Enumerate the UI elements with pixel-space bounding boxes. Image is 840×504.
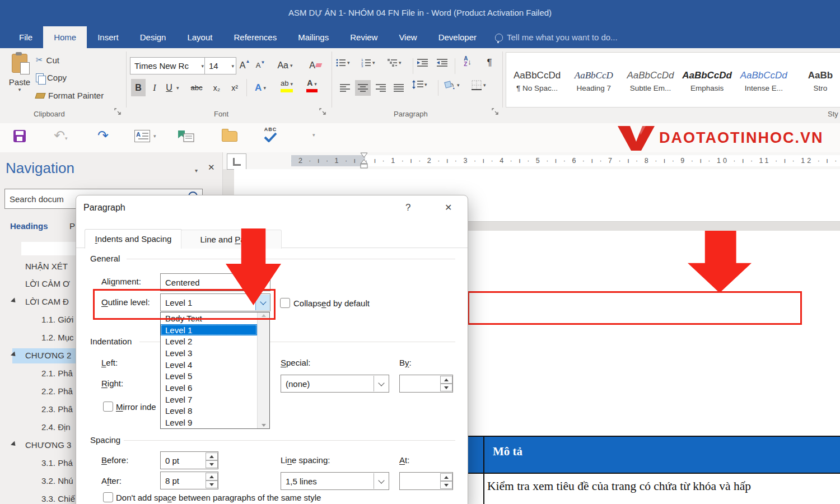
collapsed-checkbox[interactable] (280, 298, 290, 308)
nav-tab-pages[interactable]: P (69, 221, 75, 231)
show-hide-pilcrow-button[interactable]: ¶ (483, 57, 496, 68)
style-no-spacing[interactable]: AaBbCcDd ¶ No Spac... (511, 67, 563, 92)
before-down-icon[interactable] (206, 460, 218, 468)
tab-view[interactable]: View (388, 26, 427, 48)
justify-button[interactable] (391, 80, 407, 96)
dropdown-option[interactable]: Level 9 (161, 417, 257, 428)
by-spinner[interactable] (399, 375, 453, 393)
nav-item[interactable]: 2.4. Địn (41, 422, 71, 432)
dropdown-option[interactable]: Level 7 (161, 394, 257, 405)
nav-item[interactable]: 3.1. Phá (41, 458, 73, 468)
style-heading-7[interactable]: AaBbCcD Heading 7 (567, 67, 620, 92)
after-spinner[interactable]: 8 pt (160, 472, 218, 489)
redo-icon[interactable]: ↷ (97, 128, 109, 143)
collapse-triangle-icon[interactable] (11, 297, 17, 304)
tab-mailings[interactable]: Mailings (287, 26, 339, 48)
highlight-button[interactable]: ab▾ (277, 79, 297, 96)
by-up-icon[interactable] (440, 376, 452, 384)
tab-references[interactable]: References (223, 26, 287, 48)
subscript-button[interactable]: x₂ (208, 79, 225, 96)
open-folder-icon[interactable] (222, 131, 237, 142)
collapse-triangle-icon[interactable] (11, 441, 17, 447)
dropdown-option[interactable]: Level 2 (161, 335, 257, 347)
text-effects-button[interactable]: A▾ (251, 79, 270, 96)
by-down-icon[interactable] (440, 384, 452, 391)
line-spacing-combo[interactable]: 1,5 lines (281, 472, 389, 490)
dropdown-option[interactable]: Level 6 (161, 382, 257, 394)
quick-parts-icon[interactable]: A ▾ (134, 130, 156, 142)
before-up-icon[interactable] (206, 452, 218, 460)
after-down-icon[interactable] (206, 480, 218, 488)
grow-font-button[interactable]: A▲ (237, 57, 252, 73)
dialog-tab-indents[interactable]: Indents and Spacing (85, 229, 182, 249)
tab-home[interactable]: Home (43, 26, 87, 48)
tab-insert[interactable]: Insert (87, 26, 129, 48)
format-painter-button[interactable]: Format Painter (36, 91, 104, 100)
nav-item[interactable]: CHƯƠNG 3 (25, 440, 71, 450)
qat-more-caret-icon[interactable]: ▾ (312, 132, 315, 138)
underline-button[interactable]: U (162, 79, 176, 96)
dialog-close-button[interactable]: ✕ (445, 202, 452, 213)
dropdown-option[interactable]: Level 4 (161, 359, 257, 371)
nav-pane-close-icon[interactable]: ✕ (208, 162, 215, 172)
line-spacing-button[interactable]: ▾ (412, 80, 427, 89)
nav-tab-headings[interactable]: Headings (10, 221, 48, 231)
shrink-font-button[interactable]: A▼ (253, 57, 268, 73)
cut-button[interactable]: ✂ Cut (36, 55, 59, 65)
decrease-indent-button[interactable] (417, 58, 428, 67)
tab-design[interactable]: Design (129, 26, 177, 48)
nav-item[interactable]: 1.2. Mục (41, 333, 74, 342)
dropdown-option-selected[interactable]: Level 1 (161, 324, 257, 336)
font-name-combo[interactable]: Times New Rc ▾ (130, 57, 207, 74)
strikethrough-button[interactable]: abc (187, 79, 206, 96)
align-right-button[interactable] (373, 80, 389, 96)
nav-item[interactable]: 2.3. Phâ (41, 404, 73, 414)
nav-item[interactable]: LỜI CẢM Ơ (25, 279, 70, 288)
font-color-button[interactable]: A▾ (302, 79, 321, 96)
nav-item[interactable]: 2.2. Phâ (41, 386, 73, 396)
nav-item[interactable]: 1.1. Giới (41, 315, 73, 324)
tab-selector[interactable] (227, 153, 246, 170)
bold-button[interactable]: B (131, 79, 146, 96)
increase-indent-button[interactable] (437, 58, 447, 67)
tab-file[interactable]: File (8, 26, 43, 48)
tab-developer[interactable]: Developer (428, 26, 487, 48)
tab-review[interactable]: Review (339, 26, 388, 48)
italic-button[interactable]: I (148, 79, 161, 96)
tell-me-box[interactable]: Tell me what you want to do... (487, 26, 618, 48)
before-spinner[interactable]: 0 pt (160, 451, 218, 469)
nav-item[interactable]: 3.2. Nhú (41, 476, 73, 486)
superscript-button[interactable]: x² (226, 79, 243, 96)
paste-button[interactable]: Paste ▾ (6, 53, 34, 104)
bullets-button[interactable]: ▾ (336, 58, 350, 67)
multilevel-list-button[interactable]: ▾ (388, 58, 402, 67)
sort-button[interactable]: AZ ↓ (459, 56, 476, 67)
style-intense-emphasis[interactable]: AaBbCcDd Intense E... (738, 67, 790, 92)
change-case-button[interactable]: Aa▾ (274, 57, 296, 73)
at-up-icon[interactable] (440, 473, 452, 481)
at-down-icon[interactable] (440, 481, 452, 489)
nav-item-selected[interactable]: CHƯƠNG 2 (25, 351, 71, 360)
after-up-icon[interactable] (206, 473, 218, 480)
dropdown-scrollbar[interactable] (257, 312, 269, 428)
bookmark-list-icon[interactable] (177, 129, 196, 143)
scroll-down-icon[interactable] (262, 424, 266, 427)
tab-layout[interactable]: Layout (176, 26, 223, 48)
borders-button[interactable]: ▾ (472, 80, 486, 90)
nav-item[interactable]: 2.1. Phâ (41, 368, 73, 378)
clear-formatting-button[interactable]: A (307, 57, 324, 73)
nav-item[interactable]: LỜI CAM Đ (25, 297, 69, 306)
dont-add-space-checkbox[interactable] (103, 492, 113, 502)
dropdown-option[interactable]: Level 5 (161, 370, 257, 382)
paragraph-dialog-launcher[interactable] (492, 108, 499, 115)
clipboard-dialog-launcher[interactable] (114, 108, 122, 115)
style-strong[interactable]: AaBb Stro (794, 67, 840, 92)
dialog-help-button[interactable]: ? (405, 202, 410, 213)
underline-caret-icon[interactable]: ▾ (176, 85, 179, 91)
dropdown-option[interactable]: Level 3 (161, 347, 257, 359)
save-icon[interactable] (13, 130, 26, 142)
style-emphasis[interactable]: AaBbCcDd Emphasis (681, 67, 734, 92)
shading-button[interactable]: ▾ (444, 80, 460, 90)
copy-button[interactable]: Copy (36, 73, 67, 82)
special-combo[interactable]: (none) (281, 375, 389, 393)
